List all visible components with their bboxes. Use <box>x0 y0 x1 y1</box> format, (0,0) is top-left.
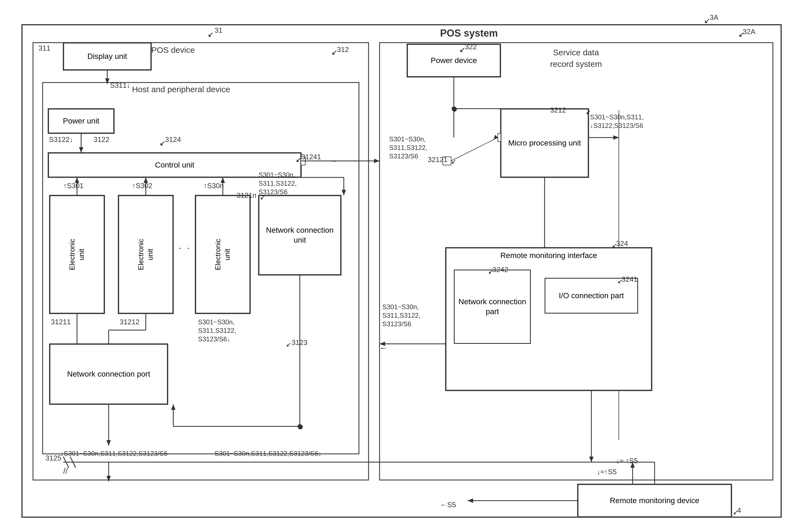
s5-down: ↓≈↑S5 <box>597 468 617 476</box>
network-conn-unit-box: Network connection unit <box>259 195 341 275</box>
bottom-signals: ↓S301~S30n,S311,S3122,S3123/S6 <box>60 450 168 457</box>
signals-below-eu3: S301~S30n,S311,S3122,S3123/S6↓ <box>198 318 236 344</box>
power-device-ref: 322 <box>465 43 477 51</box>
network-ref-arrow: ↙ <box>286 341 291 348</box>
rmd-label: Remote monitoring device <box>610 496 699 506</box>
mpu-label: Micro processing unit <box>508 138 581 148</box>
power-unit-box: Power unit <box>48 109 114 133</box>
s311-label: S311↓ <box>110 81 130 90</box>
svg-marker-48 <box>107 440 111 445</box>
bottom-right-signals: S301~S30n,S311,S3122,S3123/S6↓ <box>214 450 322 457</box>
power-unit-label: Power unit <box>63 116 99 126</box>
mpu-right-signals: S301~S30n,S311,↓S3122,S3123/S6 <box>590 113 644 130</box>
signal-left-arrow: ← <box>380 344 387 353</box>
eu2-ref: 31212 <box>120 318 139 326</box>
service-data-label: Service datarecord system <box>550 47 602 70</box>
s5-left-arrow: ←S5 <box>440 501 456 509</box>
svg-marker-46 <box>171 404 175 410</box>
svg-marker-59 <box>589 457 593 462</box>
connector2-ref: 32121 <box>428 155 448 164</box>
micro-processing-box: Micro processing unit <box>500 109 589 177</box>
power-ref-arrow: ↙ <box>459 45 465 54</box>
ncu-ref-arrow: ↙ <box>260 194 265 201</box>
io-ref: 3241 <box>622 275 638 284</box>
svg-line-68 <box>451 137 498 161</box>
io-label: I/O connection part <box>559 291 624 301</box>
display-unit-ref: 311 <box>38 44 50 53</box>
double-tick: // <box>63 466 68 476</box>
signal-right-arrow: → <box>330 157 337 165</box>
control-ref: 3124 <box>165 135 181 144</box>
svg-line-50 <box>63 457 69 468</box>
junction-dot <box>298 424 303 430</box>
svg-marker-31 <box>342 190 346 195</box>
ncp-ref: 3125 <box>45 454 61 462</box>
power-device-label: Power device <box>431 56 477 65</box>
pos-device-ref: 31 <box>214 26 223 35</box>
pos-device-label: POS device <box>151 45 195 55</box>
network-ref: 3123 <box>291 338 307 347</box>
service-data-arrow: ↙ <box>739 30 744 39</box>
rmd-ref-arrow: ↙ <box>733 509 738 516</box>
display-unit-box: Display unit <box>63 43 151 70</box>
host-ref-arrow: ↙ <box>331 48 338 57</box>
s301-up: ↑S301 <box>63 182 83 190</box>
ncp2-ref: 3242 <box>492 265 508 274</box>
eu1-ref: 31211 <box>51 318 71 326</box>
ncu-ref: 3121n <box>236 191 256 200</box>
connector-arrow: ↙ <box>296 155 302 164</box>
diagram: 3A ↙ POS system POS device 31 ↙ Service … <box>0 0 799 532</box>
eu2-label: Electronicunit <box>136 239 155 270</box>
outer-ref-arrow: ↙ <box>704 17 710 25</box>
power-junction-dot <box>452 107 457 112</box>
svg-marker-27 <box>79 147 83 153</box>
ncu-label: Network connection unit <box>259 225 340 245</box>
svg-marker-64 <box>613 135 619 140</box>
ncp2-label: Network connection part <box>455 297 530 317</box>
rmd-box: Remote monitoring device <box>577 484 731 517</box>
eu1-label: Electronicunit <box>68 239 87 270</box>
svg-marker-66 <box>374 159 380 163</box>
electronic-unit-3: Electronicunit <box>195 195 250 314</box>
ncp-label: Network connection port <box>67 369 150 379</box>
control-unit-label: Control unit <box>155 160 194 170</box>
s5-right: ↓≈ ↑S5 <box>616 457 638 465</box>
mpu-ref: 3212 <box>550 106 566 114</box>
rmi-ref: 324 <box>616 239 628 248</box>
svg-marker-53 <box>107 476 111 481</box>
svg-marker-69 <box>494 135 498 139</box>
host-peripheral-label: Host and peripheral device <box>132 85 230 94</box>
rmi-label: Remote monitoring interface <box>500 251 597 260</box>
electronic-unit-2: Electronicunit <box>118 195 173 314</box>
ncp2-box: Network connection part <box>454 270 531 344</box>
outer-ref: 3A <box>710 13 718 22</box>
control-ref-arrow: ↙ <box>159 139 166 148</box>
network-conn-port-box: Network connection port <box>50 344 168 404</box>
connector2-arrow: ↙ <box>451 158 456 165</box>
power-unit-ref: 3122 <box>94 135 110 144</box>
pos-system-label: POS system <box>440 27 498 39</box>
signals-ncu: S301~S30n,S311,S3122,S3123/S6 <box>259 171 297 196</box>
signal-middle: S301~S30n,S311,S3122,S3123/S6 <box>389 135 427 160</box>
ncp2-ref-arrow: ↙ <box>488 268 493 276</box>
display-unit-label: Display unit <box>88 52 127 61</box>
pos-device-arrow: ↙ <box>208 30 214 39</box>
signals-left-rmi: S301~S30n,S311,S3122,S3123/S6 <box>382 303 421 328</box>
svg-line-51 <box>70 457 76 468</box>
power-device-box: Power device <box>407 44 500 77</box>
s302-up: ↑S302 <box>132 182 152 190</box>
connector-ref: 31241 <box>301 153 321 161</box>
s3122-label: S3122↓ <box>49 135 73 144</box>
s30n-up: ↑S30n <box>204 182 224 190</box>
host-peripheral-ref: 312 <box>337 45 349 54</box>
rmi-ref-arrow: ↙ <box>612 242 617 249</box>
electronic-unit-1: Electronicunit <box>50 195 104 314</box>
svg-marker-55 <box>468 498 473 503</box>
io-ref-arrow: ↙ <box>617 278 623 285</box>
svg-marker-25 <box>105 78 110 84</box>
eu3-label: Electronicunit <box>213 239 232 270</box>
